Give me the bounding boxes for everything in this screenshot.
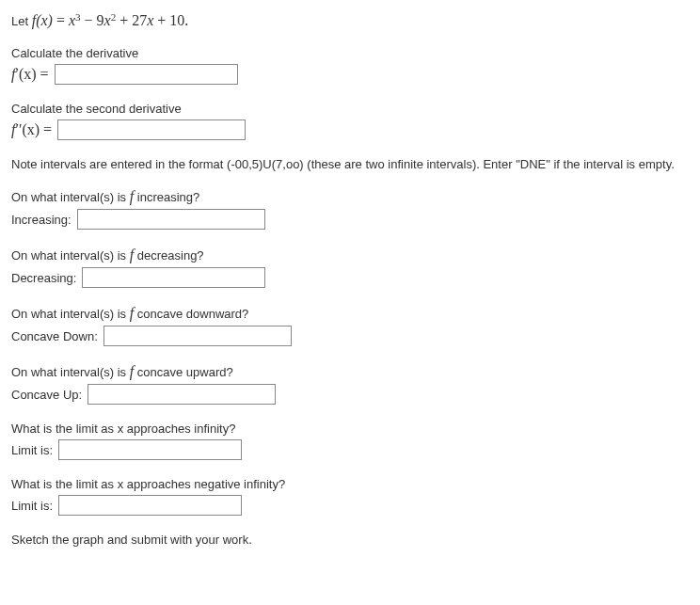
first-derivative-block: Calculate the derivative f′(x) =: [11, 46, 689, 85]
intro-let: Let: [11, 14, 32, 28]
second-derivative-label: f′′(x) =: [11, 121, 52, 138]
concave-up-input[interactable]: [88, 384, 276, 405]
limit-neg-block: What is the limit as x approaches negati…: [11, 477, 689, 516]
limit-neg-question: What is the limit as x approaches negati…: [11, 477, 689, 491]
concave-down-label: Concave Down:: [11, 329, 98, 343]
intro-plus10: + 10.: [153, 12, 188, 28]
decreasing-input[interactable]: [82, 267, 265, 288]
limit-neg-input[interactable]: [58, 495, 242, 516]
concave-down-block: On what interval(s) is f concave downwar…: [11, 305, 689, 346]
first-derivative-title: Calculate the derivative: [11, 46, 689, 60]
note-text: Note intervals are entered in the format…: [11, 157, 689, 171]
intro-x2: x: [104, 12, 111, 28]
intro-fx: f(x): [32, 12, 53, 28]
increasing-label: Increasing:: [11, 213, 72, 227]
intro-eq: =: [53, 12, 69, 28]
intro-minus: − 9: [81, 12, 104, 28]
second-derivative-input[interactable]: [57, 119, 246, 140]
increasing-block: On what interval(s) is f increasing? Inc…: [11, 188, 689, 230]
intro-x3: x: [69, 12, 75, 28]
decreasing-block: On what interval(s) is f decreasing? Dec…: [11, 247, 689, 288]
concave-down-input[interactable]: [103, 326, 292, 346]
limit-neg-label: Limit is:: [11, 499, 53, 513]
increasing-input[interactable]: [77, 209, 265, 230]
limit-pos-label: Limit is:: [11, 443, 53, 457]
concave-up-label: Concave Up:: [11, 388, 82, 402]
concave-up-question: On what interval(s) is f concave upward?: [11, 363, 689, 380]
limit-pos-question: What is the limit as x approaches infini…: [11, 422, 689, 436]
decreasing-question: On what interval(s) is f decreasing?: [11, 247, 689, 263]
intro-text: Let f(x) = x3 − 9x2 + 27x + 10.: [11, 11, 689, 29]
first-derivative-label: f′(x) =: [11, 66, 49, 83]
intro-plus27: + 27: [116, 12, 147, 28]
increasing-question: On what interval(s) is f increasing?: [11, 188, 689, 205]
decreasing-label: Decreasing:: [11, 271, 76, 285]
concave-down-question: On what interval(s) is f concave downwar…: [11, 305, 689, 322]
limit-pos-block: What is the limit as x approaches infini…: [11, 422, 689, 460]
sketch-text: Sketch the graph and submit with your wo…: [11, 533, 689, 547]
second-derivative-title: Calculate the second derivative: [11, 102, 689, 116]
first-derivative-input[interactable]: [55, 64, 238, 85]
limit-pos-input[interactable]: [58, 439, 242, 460]
concave-up-block: On what interval(s) is f concave upward?…: [11, 363, 689, 405]
second-derivative-block: Calculate the second derivative f′′(x) =: [11, 102, 689, 140]
